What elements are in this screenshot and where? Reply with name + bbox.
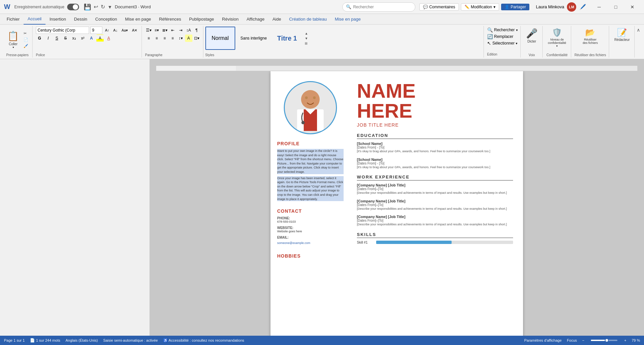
zoom-in-button[interactable]: + (624, 338, 626, 342)
indent-decrease-button[interactable]: ⇤ (169, 27, 176, 34)
style-sans-interligne[interactable]: Sans interligne (237, 27, 271, 50)
work-entry-3: [Company Name] [Job Title] [Dates From]–… (357, 215, 513, 227)
tab-mise-en-page2[interactable]: Mise en page (331, 14, 365, 25)
styles-scroll-up[interactable]: ▲ (304, 31, 309, 36)
border-button[interactable]: ⊡▾ (193, 35, 200, 42)
name-line1: NAME (357, 81, 513, 101)
font-size-increase-button[interactable]: A↑ (104, 28, 111, 33)
unordered-list-button[interactable]: ☰▾ (145, 27, 153, 34)
zoom-out-button[interactable]: − (582, 338, 584, 342)
change-case-button[interactable]: Aa▾ (120, 28, 129, 33)
show-marks-button[interactable]: ¶ (193, 27, 200, 34)
search-input[interactable] (353, 5, 406, 9)
tab-accueil[interactable]: Accueil (24, 14, 46, 25)
zoom-slider[interactable] (591, 340, 617, 341)
customize-icon[interactable]: ▼ (108, 4, 112, 10)
rechercher-button[interactable]: Rechercher (494, 28, 515, 32)
bold-button[interactable]: G (36, 35, 43, 42)
user-avatar[interactable]: LM (567, 2, 576, 12)
work-entry-1: [Company Name] [Job Title] [Dates From]–… (357, 183, 513, 195)
tab-references[interactable]: Références (155, 14, 185, 25)
text-effects-button[interactable]: A (88, 35, 95, 42)
align-left-button[interactable]: ≡ (145, 35, 153, 42)
align-justify-button[interactable]: ≡ (169, 35, 176, 42)
chevron-down-icon: ▾ (493, 5, 495, 9)
tab-mise-en-page[interactable]: Mise en page (121, 14, 155, 25)
comments-button[interactable]: 💬 Commentaires (419, 3, 459, 11)
save-icon[interactable]: 💾 (84, 3, 91, 11)
tab-affichage[interactable]: Affichage (243, 14, 268, 25)
minimize-button[interactable]: ─ (591, 2, 607, 12)
edu-entry-2: [School Name] [Dates From] - [To] [It's … (357, 158, 513, 170)
collab-actions: 💬 Commentaires ✏️ Modification ▾ 👤 Parta… (419, 3, 529, 11)
tab-dessin[interactable]: Dessin (70, 14, 91, 25)
ribbon-collapse[interactable]: ∧ (635, 26, 641, 57)
confidentialite-dropdown[interactable]: ▾ (556, 45, 558, 48)
redo-icon[interactable]: ↻ (101, 4, 105, 10)
confidentialite-button[interactable]: 🛡️ Niveau deconfidentialité ▾ (546, 27, 568, 49)
styles-expand[interactable]: ⊞ (304, 41, 309, 46)
doc-canvas[interactable]: PROFILE Want to put your own image in th… (150, 59, 644, 336)
email-link[interactable]: someone@example.com (277, 241, 310, 245)
reutiliser-button[interactable]: 📂 Réutiliserdes fichiers (581, 27, 600, 46)
styles-scroll-down[interactable]: ▼ (304, 36, 309, 41)
style-normal[interactable]: Normal (205, 27, 235, 50)
tab-revision[interactable]: Révision (218, 14, 243, 25)
styles-group: Normal Sans interligne Titre 1 ▲ ▼ ⊞ Sty… (204, 26, 484, 57)
highlight-button[interactable]: A (96, 35, 104, 42)
pen-icon[interactable]: 🖊️ (580, 4, 586, 10)
close-button[interactable]: ✕ (625, 2, 640, 12)
modification-button[interactable]: ✏️ Modification ▾ (461, 3, 499, 11)
superscript-button[interactable]: x² (79, 35, 86, 42)
undo-icon[interactable]: ↩ (94, 4, 98, 10)
files-icon: 📂 (585, 28, 595, 37)
strikethrough-button[interactable]: S (62, 35, 69, 42)
maximize-button[interactable]: □ (608, 2, 623, 12)
dicter-button[interactable]: 🎤 Dicter (524, 27, 540, 45)
auto-save-toggle[interactable] (67, 4, 79, 10)
styles-label: Styles (205, 53, 482, 57)
align-right-button[interactable]: ≡ (161, 35, 168, 42)
font-size-decrease-button[interactable]: A↓ (112, 28, 119, 33)
tab-fichier[interactable]: Fichier (3, 14, 24, 25)
tab-publipostage[interactable]: Publipostage (185, 14, 218, 25)
clear-format-button[interactable]: A✕ (131, 28, 139, 33)
share-icon: 👤 (504, 5, 509, 9)
remplacer-button[interactable]: Remplacer (494, 34, 513, 39)
rechercher-dropdown[interactable]: ▾ (516, 28, 518, 32)
line-spacing-button[interactable]: ↕▾ (177, 35, 184, 42)
indent-increase-button[interactable]: ⇥ (177, 27, 184, 34)
redacteur-group: 📝 Rédacteur (610, 26, 635, 57)
tab-conception[interactable]: Conception (91, 14, 121, 25)
presse-papiers-inner: 📋 Coller ▾ ✂ 📄 🖌️ (5, 27, 30, 53)
multilevel-list-button[interactable]: ≣▾ (161, 27, 168, 34)
display-params[interactable]: Paramètres d'affichage (524, 338, 562, 342)
selectionner-dropdown[interactable]: ▾ (516, 42, 517, 45)
shading-button[interactable]: A (185, 35, 192, 42)
coller-button[interactable]: 📋 Coller ▾ (5, 29, 21, 50)
font-color-button[interactable]: A (105, 35, 112, 42)
format-painter-button[interactable]: 🖌️ (22, 43, 30, 49)
pencil-icon: ✏️ (465, 5, 470, 9)
underline-button[interactable]: S (53, 35, 60, 42)
selectionner-button[interactable]: Sélectionner (492, 41, 515, 46)
focus-button[interactable]: Focus (567, 338, 577, 342)
sort-button[interactable]: ↕A (185, 27, 192, 34)
confidentialite-label: Confidentialité (547, 53, 568, 57)
tab-insertion[interactable]: Insertion (46, 14, 70, 25)
copy-button[interactable]: 📄 (22, 37, 30, 43)
font-name-input[interactable] (36, 27, 89, 34)
font-size-input[interactable] (90, 27, 102, 34)
ordered-list-button[interactable]: ≡▾ (153, 27, 161, 34)
tab-creation-tableau[interactable]: Création de tableau (285, 14, 331, 25)
cut-button[interactable]: ✂ (22, 31, 30, 36)
subscript-button[interactable]: x₂ (70, 35, 78, 42)
italic-button[interactable]: I (45, 35, 52, 42)
align-center-button[interactable]: ≡ (153, 35, 161, 42)
tab-aide[interactable]: Aide (268, 14, 285, 25)
page: PROFILE Want to put your own image in th… (270, 71, 523, 336)
style-titre1[interactable]: Titre 1 (272, 27, 302, 50)
redacteur-button[interactable]: 📝 Rédacteur (612, 27, 632, 43)
share-button[interactable]: 👤 Partager (501, 4, 529, 10)
profile-photo (284, 81, 337, 134)
